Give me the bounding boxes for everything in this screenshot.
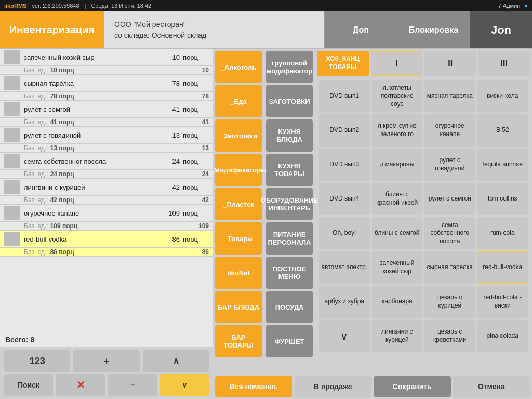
item-unit: порц: [183, 183, 209, 191]
item-qty: 13: [159, 131, 180, 139]
category-button[interactable]: _Еда: [215, 85, 262, 117]
product-button[interactable]: карбонара: [372, 286, 423, 318]
tab-II-btn[interactable]: II: [424, 51, 476, 76]
category-button[interactable]: ПОСУДА: [266, 291, 313, 323]
product-button[interactable]: pina colada: [477, 320, 528, 352]
product-button[interactable]: лингвини с курицей: [372, 320, 423, 352]
item-qty: 24: [159, 157, 180, 165]
action-row: Поиск ✕ − ∨: [0, 374, 213, 399]
category-col2: групповой модификаторЗАГОТОВКИКУХНЯ БЛЮД…: [264, 49, 315, 374]
product-button[interactable]: семга собственного посола: [424, 217, 475, 249]
category-button[interactable]: БАР БЛЮДА: [215, 291, 262, 323]
down-button[interactable]: ∨: [160, 374, 209, 396]
item-unit: порц: [183, 209, 209, 217]
list-item[interactable]: лингвини с курицей 42 порц: [0, 179, 213, 196]
product-button[interactable]: DVD вып1: [319, 80, 370, 112]
item-unit: порц: [183, 131, 209, 139]
item-base-row: Баз. ед.: 109 порц 109: [0, 222, 213, 231]
category-button[interactable]: ПИТАНИЕ ПЕРСОНАЛА: [266, 222, 313, 255]
product-button[interactable]: цезарь с курицей: [424, 286, 475, 318]
delete-button[interactable]: ✕: [56, 374, 105, 396]
product-button[interactable]: арбуз и зубра: [319, 286, 370, 318]
warehouse-info: со склада: Основной склад: [114, 30, 314, 41]
category-button[interactable]: _Пластек: [215, 188, 262, 220]
total-row: Всего: 8: [0, 332, 213, 347]
item-name: сырная тарелка: [24, 79, 159, 87]
product-button[interactable]: tequila sunrise: [477, 149, 528, 181]
item-name: рулет с говядиной: [24, 131, 159, 139]
category-button[interactable]: КУХНЯ ТОВАРЫ: [266, 154, 313, 186]
up-button[interactable]: ∧: [143, 350, 209, 372]
list-item[interactable]: red-bull-vodka 86 порц: [0, 231, 213, 248]
product-button[interactable]: мясная тарелка: [424, 80, 475, 112]
search-button[interactable]: Поиск: [4, 374, 53, 396]
block-button[interactable]: Блокировка: [397, 11, 470, 48]
product-button[interactable]: л.макароны: [372, 149, 423, 181]
product-button[interactable]: DVD вып4: [319, 183, 370, 215]
bottom-nav-button[interactable]: Вся номенкл.: [215, 376, 292, 397]
product-button[interactable]: Oh, boy!: [319, 217, 370, 249]
app-title: iikoRMS: [4, 3, 26, 9]
item-qty: 78: [159, 79, 180, 87]
product-button[interactable]: л.котлеты полтавские соус: [372, 80, 423, 112]
bottom-nav-button[interactable]: Сохранить: [374, 376, 451, 397]
item-qty: 10: [159, 54, 180, 61]
item-image: [4, 128, 20, 142]
product-button[interactable]: виски-кола: [477, 80, 528, 112]
bottom-nav-button[interactable]: Отмена: [453, 376, 530, 397]
list-item[interactable]: огуречное канапе 109 порц: [0, 205, 213, 222]
product-button[interactable]: rum-cola: [477, 217, 528, 249]
product-button[interactable]: DVD вып2: [319, 114, 370, 147]
product-button[interactable]: блины с красной икрой: [372, 183, 423, 215]
product-button[interactable]: red-bull-vodka: [477, 251, 528, 284]
category-button[interactable]: ФУРШЕТ: [266, 325, 313, 357]
item-qty: 41: [159, 105, 180, 113]
product-button[interactable]: рулет с говядиной: [424, 149, 475, 181]
tab-III-btn[interactable]: III: [478, 51, 530, 76]
product-button[interactable]: рулет с семгой: [424, 183, 475, 215]
product-button[interactable]: блины с семгой: [372, 217, 423, 249]
category-button[interactable]: ПОСТНОЕ МЕНЮ: [266, 257, 313, 289]
product-button[interactable]: огуречное канапе: [424, 114, 475, 147]
list-item[interactable]: сырная тарелка 78 порц: [0, 75, 213, 92]
list-item[interactable]: рулет с семгой 41 порц: [0, 101, 213, 118]
num123-button[interactable]: 123: [4, 350, 70, 372]
product-button[interactable]: DVD вып3: [319, 149, 370, 181]
bottom-nav-button[interactable]: В продаже: [295, 376, 372, 397]
product-button[interactable]: В 52: [477, 114, 528, 147]
product-button[interactable]: л.крем-суп из зеленого го: [372, 114, 423, 147]
category-button[interactable]: ЗАГОТОВКИ: [266, 85, 313, 117]
plus-button[interactable]: +: [73, 350, 139, 372]
numpad-row: 123 + ∧: [0, 347, 213, 374]
product-button[interactable]: сырная тарелка: [424, 251, 475, 284]
product-button[interactable]: red-bull-cola - виски: [477, 286, 528, 318]
top-bar-right: 7 Админ ●: [498, 3, 528, 9]
product-button[interactable]: запеченный козий сыр: [372, 251, 423, 284]
item-qty: 86: [159, 235, 180, 243]
list-item[interactable]: запеченный козий сыр 10 порц: [0, 49, 213, 66]
minus-button[interactable]: −: [108, 374, 157, 396]
category-button[interactable]: групповой модификатор: [266, 51, 313, 83]
tab-I-btn[interactable]: I: [371, 51, 423, 76]
category-button[interactable]: _Товары: [215, 222, 262, 255]
hozkanc-btn[interactable]: ХОЗ_КАНЦ ТОВАРЫ: [317, 51, 369, 76]
category-button[interactable]: _Заготовки: [215, 119, 262, 152]
list-item[interactable]: рулет с говядиной 13 порц: [0, 127, 213, 144]
category-button[interactable]: ОБОРУДОВАНИЕ ИНВЕНТАРЬ: [266, 188, 313, 220]
bottom-nav: Вся номенкл.В продажеСохранитьОтмена: [213, 374, 532, 399]
product-button[interactable]: tom collins: [477, 183, 528, 215]
category-button[interactable]: _Модификаторы: [215, 154, 262, 186]
admin-dot: ●: [524, 3, 528, 9]
items-list: запеченный козий сыр 10 порц Баз. ед.: 1…: [0, 49, 213, 332]
item-image: [4, 50, 20, 64]
category-button[interactable]: КУХНЯ БЛЮДА: [266, 119, 313, 152]
category-button[interactable]: БАР ТОВАРЫ: [215, 325, 262, 357]
dop-button[interactable]: Доп: [324, 11, 397, 48]
product-button[interactable]: автомат электр.: [319, 251, 370, 284]
list-item[interactable]: семга собственног посола 24 порц: [0, 153, 213, 170]
category-button[interactable]: _Алкоголь: [215, 51, 262, 83]
jon-button[interactable]: Jon: [470, 11, 532, 48]
product-button[interactable]: цезарь с креветками: [424, 320, 475, 352]
product-button[interactable]: ∨: [319, 320, 370, 352]
category-button[interactable]: iikoNet: [215, 257, 262, 289]
